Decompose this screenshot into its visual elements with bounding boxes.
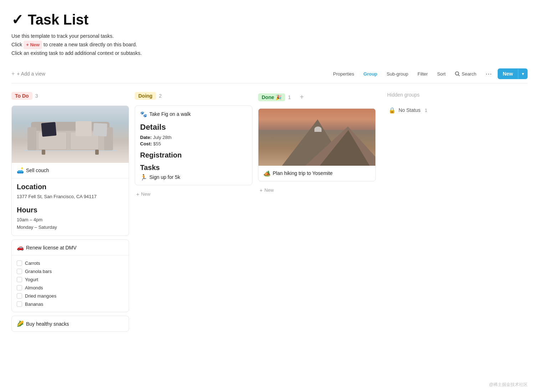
hiking-label: Plan hiking trip to Yosemite: [273, 170, 333, 176]
hidden-groups-header: Hidden groups: [387, 91, 458, 99]
done-new-label: New: [265, 187, 274, 193]
click-label: Click: [11, 42, 22, 47]
checklist-block: Carrots Granola bars Yogurt Almonds: [12, 255, 129, 312]
no-status-count: 1: [425, 108, 427, 113]
desc-line2: to create a new task directly on this bo…: [43, 42, 137, 47]
new-button-chevron: ▾: [518, 69, 528, 79]
done-add-new[interactable]: + New: [258, 185, 376, 195]
hours-text: 10am – 4pmMonday – Saturday: [17, 216, 124, 231]
checkbox-bananas[interactable]: [17, 301, 22, 307]
todo-count: 3: [35, 93, 38, 99]
done-label: Done 🎉: [258, 93, 285, 101]
sort-button[interactable]: Sort: [433, 69, 449, 78]
page: ✓ Task List Use this template to track y…: [0, 0, 539, 392]
fig-walk-label: Take Fig on a walk: [149, 111, 191, 117]
filter-label: Filter: [417, 71, 428, 77]
cost-row: Cost: $55: [140, 141, 247, 146]
lock-icon: 🔒: [389, 107, 396, 114]
toolbar: + + Add a view Properties Group Sub-grou…: [11, 65, 528, 83]
checklist-item-almonds: Almonds: [17, 284, 124, 292]
checkbox-mangoes[interactable]: [17, 293, 22, 299]
dmv-card[interactable]: 🚗 Renew license at DMV Carrots Granola b…: [11, 239, 129, 312]
search-label: Search: [462, 71, 476, 77]
checklist-item-bananas: Bananas: [17, 300, 124, 308]
todo-column: To Do 3: [11, 91, 129, 335]
svg-point-0: [455, 72, 458, 75]
doing-count: 2: [159, 93, 162, 99]
cost-value: $55: [153, 141, 161, 146]
sell-couch-title-row: 🛋️ Sell couch: [12, 163, 129, 178]
fig-walk-title-row: 🐾 Take Fig on a walk: [135, 106, 252, 123]
hours-title: Hours: [17, 206, 124, 214]
hours-block: Hours 10am – 4pmMonday – Saturday: [12, 203, 129, 236]
checkbox-almonds[interactable]: [17, 285, 22, 290]
add-group-button[interactable]: +: [297, 92, 307, 103]
desc-line3: Click an existing task to add additional…: [11, 50, 142, 56]
done-column: Done 🎉 1 + 🏕️ Plan hiking trip to Yosemi…: [258, 91, 376, 195]
location-block: Location 1377 Fell St, San Francisco, CA…: [12, 178, 129, 203]
page-title: Task List: [28, 12, 88, 28]
properties-button[interactable]: Properties: [329, 69, 358, 78]
location-title: Location: [17, 183, 124, 191]
group-label: Group: [364, 71, 378, 77]
details-title: Details: [140, 123, 247, 132]
snacks-label: Buy healthy snacks: [26, 321, 69, 327]
todo-column-header: To Do 3: [11, 91, 129, 101]
fig-walk-card[interactable]: 🐾 Take Fig on a walk Details Date: July …: [135, 105, 252, 185]
filter-button[interactable]: Filter: [414, 69, 431, 78]
new-badge-inline[interactable]: + New: [24, 41, 42, 49]
doing-new-label: New: [141, 191, 150, 197]
checklist-label-mangoes: Dried mangoes: [25, 293, 56, 299]
tasks-title: Tasks: [140, 164, 247, 172]
subgroup-button[interactable]: Sub-group: [383, 69, 412, 78]
checkbox-yogurt[interactable]: [17, 277, 22, 282]
fig-walk-title: 🐾 Take Fig on a walk: [140, 111, 247, 118]
dmv-label: Renew license at DMV: [26, 245, 77, 251]
checkbox-carrots[interactable]: [17, 261, 22, 266]
signup-label: Sign up for 5k: [149, 174, 180, 180]
dmv-emoji: 🚗: [17, 244, 24, 251]
hiking-card[interactable]: 🏕️ Plan hiking trip to Yosemite: [258, 108, 376, 181]
no-status-group[interactable]: 🔒 No Status 1: [387, 105, 458, 116]
board: To Do 3: [11, 91, 528, 335]
cost-label: Cost:: [140, 141, 152, 146]
description: Use this template to track your personal…: [11, 32, 528, 58]
done-plus-icon: +: [260, 187, 263, 193]
more-icon: ···: [486, 70, 492, 78]
add-view-button[interactable]: + + Add a view: [11, 71, 45, 77]
date-row: Date: July 28th: [140, 135, 247, 140]
new-task-button[interactable]: New ▾: [498, 68, 528, 79]
checklist-label-yogurt: Yogurt: [25, 277, 38, 282]
dmv-title-row: 🚗 Renew license at DMV: [12, 240, 129, 255]
hiking-emoji: 🏕️: [263, 170, 271, 177]
doing-label: Doing: [135, 92, 156, 100]
search-button[interactable]: Search: [451, 69, 480, 78]
done-column-header: Done 🎉 1 +: [258, 91, 376, 104]
done-count: 1: [288, 94, 291, 100]
sell-couch-card[interactable]: 🛋️ Sell couch Location 1377 Fell St, San…: [11, 105, 129, 236]
new-button-label: New: [498, 68, 518, 79]
sell-couch-title: 🛋️ Sell couch: [17, 167, 124, 174]
plus-icon: +: [11, 71, 15, 77]
sofa-image: [12, 106, 129, 163]
group-button[interactable]: Group: [360, 69, 381, 78]
checklist-label-almonds: Almonds: [25, 285, 43, 290]
properties-label: Properties: [333, 71, 354, 77]
dmv-title: 🚗 Renew license at DMV: [17, 244, 124, 251]
sort-label: Sort: [437, 71, 446, 77]
snacks-card[interactable]: 🌽 Buy healthy snacks: [11, 316, 129, 332]
signup-emoji: 🏃: [140, 174, 147, 181]
search-icon: [455, 71, 460, 77]
date-label: Date:: [140, 135, 152, 140]
toolbar-right: Properties Group Sub-group Filter Sort S…: [329, 68, 528, 79]
checklist-label-granola: Granola bars: [25, 269, 52, 274]
checkbox-granola[interactable]: [17, 269, 22, 274]
hidden-groups-column: Hidden groups 🔒 No Status 1: [387, 91, 458, 116]
more-button[interactable]: ···: [482, 68, 496, 79]
doing-add-new[interactable]: + New: [135, 189, 252, 199]
checklist-item-yogurt: Yogurt: [17, 275, 124, 284]
location-text: 1377 Fell St, San Francisco, CA 94117: [17, 193, 124, 201]
checklist-item-carrots: Carrots: [17, 259, 124, 267]
sell-couch-emoji: 🛋️: [17, 167, 24, 174]
add-view-label: + Add a view: [17, 71, 45, 77]
